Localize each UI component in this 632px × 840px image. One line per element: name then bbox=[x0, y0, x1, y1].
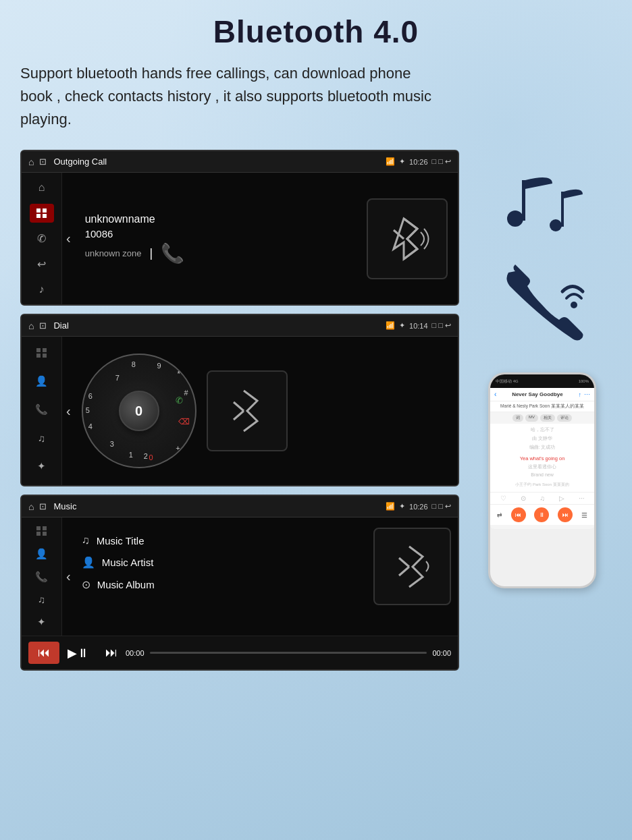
page-description: Support bluetooth hands free callings, c… bbox=[20, 62, 439, 131]
dial-phone-green[interactable]: ✆ bbox=[176, 395, 183, 405]
phone-more-btn[interactable]: ⋯ bbox=[584, 391, 590, 398]
phone-tab-comments[interactable]: 评论 bbox=[557, 414, 572, 422]
screen-header-dial: ⌂ ⊡ Dial 📶 ✦ 10:14 □ □ ↩ bbox=[22, 315, 458, 337]
dial-3[interactable]: 3 bbox=[110, 440, 114, 448]
progress-bar[interactable] bbox=[150, 652, 427, 654]
dial-screen: ⌂ ⊡ Dial 📶 ✦ 10:14 □ □ ↩ bbox=[20, 314, 459, 486]
bluetooth-icon-dial bbox=[220, 384, 274, 438]
bt-badge-dial bbox=[207, 370, 288, 451]
lyric-long: 小王子约 Park Soon 某某某的 bbox=[494, 482, 590, 488]
dial-del[interactable]: ⌫ bbox=[178, 417, 190, 426]
screen-sidebar-music: 👤 📞 ♫ ✦ bbox=[22, 517, 62, 636]
phone-play-btn[interactable]: ⏸ bbox=[534, 507, 549, 522]
back-btn-music[interactable]: ‹ bbox=[62, 517, 75, 636]
screen-body-music: 👤 📞 ♫ ✦ ‹ ♫ bbox=[22, 517, 458, 669]
sidebar-apps[interactable] bbox=[30, 204, 54, 223]
phone-shuffle-btn[interactable]: ⇄ bbox=[497, 511, 502, 518]
sidebar-home-dial[interactable] bbox=[30, 342, 54, 364]
call-cursor-icon: 📞 bbox=[161, 242, 183, 264]
lyric-active: Yea what's going on bbox=[494, 455, 590, 461]
phone-tab-mv[interactable]: MV bbox=[525, 414, 538, 422]
sidebar-contacts-music[interactable]: 👤 bbox=[30, 546, 54, 562]
phone-tab-related[interactable]: 相关 bbox=[540, 414, 555, 422]
back-btn-call[interactable]: ‹ bbox=[62, 173, 75, 304]
sidebar-contacts-dial[interactable]: 👤 bbox=[30, 370, 54, 392]
dial-8[interactable]: 8 bbox=[132, 360, 136, 368]
dial-6[interactable]: 6 bbox=[88, 392, 93, 400]
dial-9[interactable]: 9 bbox=[157, 362, 161, 370]
dial-wheel[interactable]: 8 9 * 7 # 6 ✆ 5 ⌫ 4 + 3 0 bbox=[82, 354, 196, 468]
svg-point-6 bbox=[507, 211, 523, 227]
sidebar-volume[interactable]: ♪ bbox=[30, 280, 54, 299]
phone-like-btn[interactable]: ♡ bbox=[500, 495, 506, 502]
phone-circle-btn[interactable]: ⊙ bbox=[521, 495, 526, 502]
bt-icon-dial: ✦ bbox=[399, 321, 405, 330]
phone-music-btn[interactable]: ♫ bbox=[540, 495, 546, 502]
page-title: Bluetooth 4.0 bbox=[20, 13, 612, 50]
dial-plus[interactable]: + bbox=[176, 444, 180, 452]
time-display-dial: 10:14 bbox=[409, 322, 428, 330]
phone-carrier: 中国移动 4G bbox=[496, 379, 519, 385]
phone-back-btn[interactable]: ‹ bbox=[494, 391, 496, 398]
phone-rewind-btn[interactable]: ⏮ bbox=[511, 507, 526, 522]
svg-point-8 bbox=[550, 219, 562, 231]
phone-wifi-decoration bbox=[495, 258, 589, 352]
svg-line-2 bbox=[234, 402, 244, 411]
svg-line-4 bbox=[399, 558, 409, 567]
dial-hash[interactable]: # bbox=[184, 389, 188, 397]
prev-button[interactable]: ⏮ bbox=[28, 642, 59, 664]
phone-mockup: 中国移动 4G 100% ‹ Never Say Goodbye ↑ ⋯ Mar… bbox=[488, 372, 596, 588]
dial-2[interactable]: 2 bbox=[144, 452, 148, 460]
lyric-6: Brand new bbox=[494, 472, 590, 477]
sidebar-phone[interactable]: ✆ bbox=[30, 229, 54, 248]
phone-forward-btn[interactable]: ⏭ bbox=[558, 507, 573, 522]
dial-5[interactable]: 5 bbox=[86, 406, 90, 414]
music-album-label: Music Album bbox=[97, 579, 155, 590]
music-notes-svg bbox=[498, 170, 586, 237]
back-btn-dial[interactable]: ‹ bbox=[62, 337, 75, 485]
music-screen: ⌂ ⊡ Music 📶 ✦ 10:26 □ □ ↩ bbox=[20, 495, 459, 671]
dial-star[interactable]: * bbox=[177, 370, 180, 378]
screen-sidebar-dial: 👤 📞 ♫ ✦ bbox=[22, 337, 62, 485]
music-info-area: ♫ Music Title 👤 Music Artist ⊙ Music Alb… bbox=[75, 517, 458, 636]
phone-dots-btn[interactable]: ··· bbox=[579, 495, 584, 502]
home-icon-music[interactable]: ⌂ bbox=[28, 501, 34, 512]
signal-icon: 📶 bbox=[386, 157, 395, 166]
dial-7[interactable]: 7 bbox=[115, 374, 120, 382]
screen-body-call: ⌂ ✆ ↩ ♪ bbox=[22, 173, 458, 304]
sidebar-home[interactable]: ⌂ bbox=[30, 178, 54, 197]
call-zone: unknown zone | 📞 bbox=[85, 242, 357, 264]
sidebar-home-music[interactable] bbox=[30, 523, 54, 539]
call-number: 10086 bbox=[85, 228, 357, 240]
home-icon[interactable]: ⌂ bbox=[28, 157, 34, 167]
music-title-label: Music Title bbox=[97, 535, 144, 547]
sidebar-recent-dial[interactable]: 📞 bbox=[30, 399, 54, 420]
phone-share-btn[interactable]: ↑ bbox=[579, 391, 582, 398]
sidebar-bt-dial[interactable]: ✦ bbox=[30, 455, 54, 477]
next-button[interactable]: ⏭ bbox=[97, 643, 126, 663]
bluetooth-icon-call bbox=[380, 212, 434, 266]
time-display: 10:26 bbox=[409, 158, 428, 166]
phone-song-title: Never Say Goodbye bbox=[512, 391, 563, 397]
phone-tab-ci[interactable]: 词 bbox=[512, 414, 523, 422]
sidebar-bt-music[interactable]: ✦ bbox=[30, 614, 54, 630]
bt-icon: ✦ bbox=[399, 157, 405, 166]
dial-0-red[interactable]: 0 bbox=[149, 453, 153, 461]
phone-share2-btn[interactable]: ▷ bbox=[559, 495, 564, 502]
svg-marker-0 bbox=[394, 219, 417, 259]
sidebar-recent-music[interactable]: 📞 bbox=[30, 569, 54, 585]
phone-list-btn[interactable]: ☰ bbox=[581, 511, 587, 519]
dial-4[interactable]: 4 bbox=[88, 422, 93, 430]
music-album-item: ⊙ Music Album bbox=[82, 578, 363, 591]
lyric-2: 由 文静华 bbox=[494, 435, 590, 442]
home-icon-dial[interactable]: ⌂ bbox=[28, 320, 34, 331]
sidebar-back[interactable]: ↩ bbox=[30, 255, 54, 274]
outgoing-call-screen: ⌂ ⊡ Outgoing Call 📶 ✦ 10:26 □ □ ↩ ⌂ bbox=[20, 150, 459, 306]
sidebar-music-music[interactable]: ♫ bbox=[30, 592, 54, 608]
play-pause-button[interactable]: ▶⏸ bbox=[59, 643, 97, 663]
screen-sidebar-call: ⌂ ✆ ↩ ♪ bbox=[22, 173, 62, 304]
dial-1[interactable]: 1 bbox=[129, 451, 133, 459]
phone-artist-info: Marié & Nesty Park Soon 某某某人的某某 bbox=[494, 403, 590, 410]
sidebar-music-dial[interactable]: ♫ bbox=[30, 427, 54, 449]
dial-center-btn[interactable]: 0 bbox=[119, 391, 159, 431]
